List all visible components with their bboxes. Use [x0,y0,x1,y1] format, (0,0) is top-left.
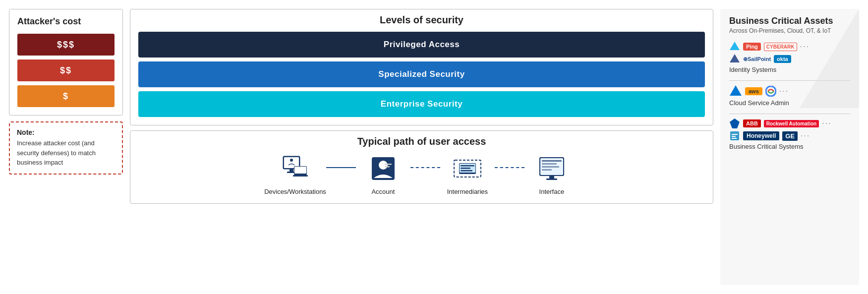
svg-rect-11 [385,166,390,168]
gcp-icon [765,86,776,97]
level-enterprise: Enterprise Security [138,91,705,117]
okta-logo: okta [774,55,791,63]
bcs-dots-2: ··· [801,131,810,140]
cloud-category: aws ··· Cloud Service Admin [729,85,850,107]
account-icon [368,153,399,184]
divider-1 [729,80,850,81]
connector-2-dashed [410,167,440,168]
identity-label: Identity Systems [729,66,850,73]
svg-rect-33 [732,136,736,137]
intermediaries-label: Intermediaries [447,188,488,195]
divider-2 [729,114,850,114]
svg-rect-15 [461,165,474,167]
cost-bar-low: $ [17,85,115,107]
cloud-logos: aws ··· [729,85,850,98]
svg-rect-23 [542,169,552,171]
account-label: Account [371,188,395,195]
path-item-devices: Devices/Workstations [264,153,326,195]
svg-rect-25 [546,178,557,180]
sailpoint-icon [729,54,740,64]
bcs-logos-2: Honeywell GE ··· [729,130,850,141]
interface-label: Interface [539,188,565,195]
levels-box: Levels of security Privileged Access Spe… [130,9,713,125]
connector-3-dashed [495,167,524,168]
svg-point-9 [379,161,388,170]
cost-bars: $$$ $$ $ [17,34,115,107]
bcs-small-icon [729,130,740,141]
svg-rect-20 [542,160,562,162]
svg-rect-17 [461,170,472,172]
svg-rect-16 [461,168,470,169]
path-item-account: Account [356,153,410,195]
attacker-cost-title: Attacker's cost [17,16,115,27]
interface-icon [536,153,567,184]
identity-dots: ··· [800,42,810,51]
note-box: Note: Increase attacker cost (and securi… [9,121,123,175]
svg-point-29 [766,86,776,96]
azure-icon [729,85,742,98]
rockwell-logo: Rockwell Automation [764,120,819,127]
svg-rect-10 [385,164,392,165]
bcs-logos-1: ABB Rockwell Automation ··· [729,118,850,129]
note-text: Increase attacker cost (and security def… [17,138,115,168]
path-title: Typical path of user access [138,136,705,147]
svg-rect-22 [542,166,559,168]
identity-logos: Ping CYBERARK ··· [729,41,850,52]
ge-logo: GE [782,131,798,141]
right-column: Business Critical Assets Across On-Premi… [720,9,859,285]
identity-logos-2: ⊕SailPoint okta [729,54,850,64]
azure-ad-icon [729,41,740,52]
identity-category: Ping CYBERARK ··· ⊕SailPoint okta Identi… [729,41,850,73]
cyberark-logo: CYBERARK [764,43,797,51]
path-item-intermediaries: Intermediaries [440,153,495,195]
sailpoint-text: ⊕SailPoint [743,56,771,62]
path-box: Typical path of user access [130,130,713,204]
cloud-dots: ··· [779,87,789,96]
middle-column: Levels of security Privileged Access Spe… [130,9,713,285]
assets-title: Business Critical Assets [729,16,850,26]
svg-marker-30 [730,118,740,128]
svg-point-7 [290,159,293,162]
abb-logo: ABB [743,119,761,127]
svg-marker-27 [730,54,740,62]
path-icons: Devices/Workstations [138,153,705,195]
left-column: Attacker's cost $$$ $$ $ Note: Increase … [9,9,123,285]
bcs-category: ABB Rockwell Automation ··· Honeywell GE… [729,118,850,150]
svg-marker-28 [730,85,742,96]
bcs-dots-1: ··· [822,119,831,128]
cost-bar-high: $$$ [17,34,115,56]
levels-title: Levels of security [138,14,705,26]
honeywell-logo: Honeywell [743,131,779,140]
intermediaries-icon [452,153,483,184]
level-specialized: Specialized Security [138,61,705,87]
devices-label: Devices/Workstations [264,188,326,195]
cloud-label: Cloud Service Admin [729,99,850,107]
svg-rect-32 [732,134,738,135]
svg-rect-5 [294,167,306,174]
ping-logo: Ping [743,43,761,51]
devices-icon [280,153,311,184]
path-item-interface: Interface [524,153,579,195]
cost-bar-mid: $$ [17,59,115,81]
svg-rect-21 [542,163,557,165]
svg-marker-26 [730,42,740,50]
connector-1 [326,167,356,168]
note-title: Note: [17,128,115,136]
attacker-cost-box: Attacker's cost $$$ $$ $ [9,9,123,116]
assets-subtitle: Across On-Premises, Cloud, OT, & IoT [729,27,850,34]
svg-rect-24 [549,176,554,178]
svg-rect-34 [732,138,737,139]
svg-rect-6 [293,175,308,176]
bcs-label: Business Critical Systems [729,143,850,150]
aws-logo: aws [745,87,762,95]
security-levels: Privileged Access Specialized Security E… [138,32,705,117]
level-privileged: Privileged Access [138,32,705,58]
main-container: Attacker's cost $$$ $$ $ Note: Increase … [0,0,868,294]
diamond-icon [729,118,740,129]
